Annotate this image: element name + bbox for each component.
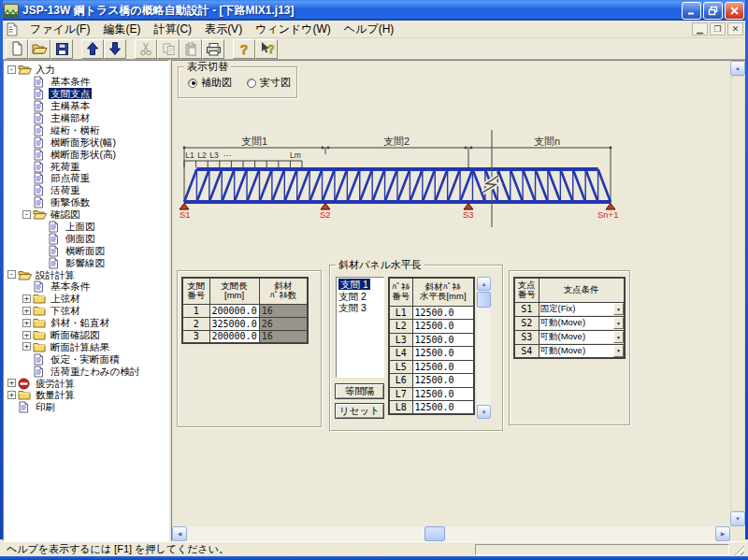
tree-item-数量計算[interactable]: +数量計算	[4, 389, 168, 401]
chevron-down-icon[interactable]: ▼	[613, 345, 624, 357]
tree-item-斜材・鉛直材[interactable]: +斜材・鉛直材	[4, 317, 168, 329]
support-number: S2	[514, 316, 539, 330]
reset-button[interactable]: リセット	[335, 403, 384, 419]
scroll-thumb[interactable]	[477, 292, 491, 308]
tree-item-活荷重たわみの検討[interactable]: 活荷重たわみの検討	[4, 365, 168, 377]
tree-item-下弦材[interactable]: +下弦材	[4, 305, 168, 317]
tree-item-活荷重[interactable]: 活荷重	[4, 184, 168, 196]
chevron-down-icon[interactable]: ▼	[613, 303, 624, 315]
minimize-button[interactable]	[682, 2, 701, 20]
tree-item-設計計算[interactable]: -設計計算	[4, 268, 168, 280]
radio-auxiliary-figure[interactable]: 補助図	[188, 76, 232, 90]
span-length-cell[interactable]: 200000.0	[209, 330, 259, 343]
panel-length-cell[interactable]: 12500.0	[412, 320, 474, 334]
panel-length-cell[interactable]: 12500.0	[412, 401, 474, 415]
scroll-up-button[interactable]: ▲	[477, 277, 491, 291]
menu-5[interactable]: ヘルプ(H)	[338, 22, 401, 36]
tree-item-横断面形状(幅)[interactable]: 横断面形状(幅)	[4, 136, 168, 148]
panel-length-cell[interactable]: 12500.0	[412, 360, 474, 374]
panel-length-cell[interactable]: 12500.0	[412, 333, 474, 347]
tree-item-影響線図[interactable]: 影響線図	[4, 256, 168, 268]
mdi-restore-button[interactable]: ❐	[710, 22, 726, 36]
span-length-cell[interactable]: 200000.0	[209, 304, 259, 317]
tree-item-死荷重[interactable]: 死荷重	[4, 160, 168, 172]
panel-length-cell[interactable]: 12500.0	[412, 387, 474, 401]
tree-item-衝撃係数[interactable]: 衝撃係数	[4, 196, 168, 208]
list-item-3[interactable]: 支間 3	[338, 302, 381, 314]
move-up-button[interactable]	[81, 39, 104, 59]
tree-expander[interactable]: +	[22, 307, 31, 315]
radio-actual-size-figure[interactable]: 実寸図	[247, 76, 291, 90]
scroll-thumb[interactable]	[730, 76, 745, 511]
mdi-minimize-button[interactable]: ▁	[692, 22, 708, 36]
menu-2[interactable]: 計算(C)	[147, 22, 198, 36]
tree-expander[interactable]: -	[7, 65, 16, 74]
list-item-1[interactable]: 支間 1	[338, 279, 381, 291]
tree-item-基本条件[interactable]: 基本条件	[4, 280, 168, 293]
tree-item-側面図[interactable]: 側面図	[4, 232, 168, 244]
scroll-right-button[interactable]: ▶	[715, 526, 730, 541]
close-button[interactable]	[725, 2, 744, 20]
tree-item-断面確認図[interactable]: +断面確認図	[4, 329, 168, 341]
tree-item-仮定・実断面積[interactable]: 仮定・実断面積	[4, 352, 168, 365]
menu-1[interactable]: 編集(E)	[96, 22, 147, 36]
resize-grip[interactable]	[732, 543, 744, 555]
menu-0[interactable]: ファイル(F)	[23, 22, 96, 36]
tree-item-支間支点[interactable]: 支間支点	[4, 88, 168, 100]
scroll-thumb[interactable]	[424, 526, 445, 541]
restore-button[interactable]	[703, 2, 723, 20]
scroll-down-button[interactable]: ▼	[730, 511, 745, 526]
tree-expander[interactable]: -	[7, 270, 16, 279]
panel-length-cell[interactable]: 12500.0	[412, 374, 474, 388]
menu-4[interactable]: ウィンドウ(W)	[249, 22, 338, 36]
panel-length-cell[interactable]: 12500.0	[412, 306, 474, 320]
tree-item-横断面図[interactable]: 横断面図	[4, 244, 168, 256]
mdi-close-button[interactable]: ✕	[727, 22, 743, 36]
tree-item-確認図[interactable]: -確認図	[4, 208, 168, 221]
tree-expander[interactable]: +	[22, 331, 31, 339]
tree-expander[interactable]: +	[22, 319, 31, 327]
tree-expander[interactable]: -	[22, 210, 31, 219]
help-button[interactable]: ?	[233, 39, 255, 59]
tree-item-断面計算結果[interactable]: +断面計算結果	[4, 340, 168, 352]
tree-expander[interactable]: +	[22, 342, 31, 351]
list-item-2[interactable]: 支間 2	[338, 291, 381, 303]
tree-item-主構部材[interactable]: 主構部材	[4, 112, 168, 124]
tree-item-節点荷重[interactable]: 節点荷重	[4, 172, 168, 184]
context-help-button[interactable]: ?	[255, 39, 278, 59]
tree-item-上弦材[interactable]: +上弦材	[4, 293, 168, 305]
new-button[interactable]	[6, 39, 28, 59]
tree-item-横断面形状(高)[interactable]: 横断面形状(高)	[4, 148, 168, 160]
tree-item-入力[interactable]: -入力	[4, 64, 168, 76]
span-length-cell[interactable]: 325000.0	[209, 317, 259, 330]
support-condition-combo[interactable]: 可動(Move)▼	[539, 317, 625, 329]
support-condition-combo[interactable]: 固定(Fix)▼	[539, 303, 625, 315]
open-button[interactable]	[28, 39, 50, 59]
tree-item-縦桁・横桁[interactable]: 縦桁・横桁	[4, 123, 168, 136]
tree-item-印刷[interactable]: 印刷	[4, 401, 168, 413]
panel-length-cell[interactable]: 12500.0	[412, 347, 474, 361]
support-condition-combo[interactable]: 可動(Move)▼	[539, 345, 625, 357]
tree-expander[interactable]: +	[22, 294, 31, 303]
scroll-down-button[interactable]: ▼	[477, 405, 491, 419]
tree-item-上面図[interactable]: 上面図	[4, 221, 168, 233]
equal-spacing-button[interactable]: 等間隔	[335, 383, 384, 399]
tree-item-基本条件[interactable]: 基本条件	[4, 76, 168, 88]
tree-expander[interactable]: +	[7, 379, 16, 387]
print-button[interactable]	[202, 39, 224, 59]
panel-length-table: ﾊﾟﾈﾙ番号斜材ﾊﾟﾈﾙ水平長[mm]L112500.0L212500.0L31…	[388, 277, 475, 415]
doc-icon	[48, 233, 61, 244]
scroll-left-button[interactable]: ◀	[172, 526, 187, 541]
tree-expander[interactable]: +	[7, 391, 16, 399]
tree-item-label: 断面計算結果	[49, 341, 111, 352]
chevron-down-icon[interactable]: ▼	[613, 317, 624, 329]
save-button[interactable]	[50, 39, 73, 59]
tree-item-主構基本[interactable]: 主構基本	[4, 100, 168, 112]
chevron-down-icon[interactable]: ▼	[613, 331, 624, 343]
document-icon[interactable]	[5, 22, 20, 36]
menu-3[interactable]: 表示(V)	[198, 22, 249, 36]
scroll-up-button[interactable]: ▲	[730, 61, 745, 76]
support-condition-combo[interactable]: 可動(Move)▼	[539, 331, 625, 343]
move-down-button[interactable]	[104, 39, 126, 59]
tree-item-疲労計算[interactable]: +疲労計算	[4, 377, 168, 389]
